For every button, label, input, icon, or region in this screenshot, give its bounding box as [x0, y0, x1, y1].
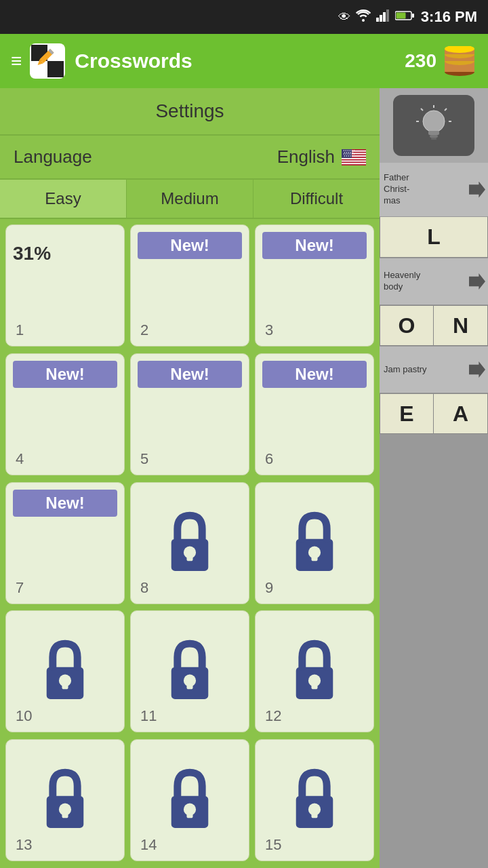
- level-cell-1[interactable]: 31% 1: [5, 224, 125, 347]
- svg-rect-6: [412, 14, 414, 18]
- level-cell-13[interactable]: 13: [5, 739, 125, 861]
- level-percent-1: 31%: [13, 243, 51, 264]
- svg-rect-35: [186, 552, 192, 561]
- level-cell-11[interactable]: 11: [130, 610, 249, 732]
- coins-icon: [442, 46, 477, 76]
- level-badge-6: New!: [262, 361, 367, 388]
- coins-count: 230: [405, 50, 436, 72]
- clue-heavenly-body-text: Heavenlybody: [382, 269, 469, 294]
- settings-panel: Settings Language English ★★★★★★: [0, 88, 380, 868]
- level-number-12: 12: [265, 707, 281, 725]
- status-bar: 👁 3:16 PM: [0, 0, 488, 34]
- level-cell-9[interactable]: 9: [255, 482, 374, 604]
- language-value: English ★★★★★★ ★★★★★ ★★★★★★ ★★★★★: [277, 146, 366, 167]
- level-cell-14[interactable]: 14: [130, 739, 249, 861]
- svg-rect-58: [428, 131, 439, 135]
- crossword-cell-O: O: [380, 305, 434, 346]
- language-flag-icon: ★★★★★★ ★★★★★ ★★★★★★ ★★★★★: [342, 149, 366, 165]
- svg-line-62: [445, 108, 447, 111]
- difficulty-tabs: Easy Medium Difficult: [0, 180, 380, 219]
- svg-rect-47: [311, 681, 317, 690]
- level-number-14: 14: [140, 836, 157, 854]
- battery-icon: [395, 10, 414, 24]
- menu-button[interactable]: ≡: [11, 50, 22, 72]
- clue-father-christmas-text: FatherChrist-mas: [382, 171, 469, 208]
- language-label: Language: [14, 146, 92, 167]
- settings-title: Settings: [0, 88, 380, 136]
- level-number-3: 3: [265, 321, 273, 339]
- level-cell-12[interactable]: 12: [255, 610, 374, 732]
- clue-arrow-2-icon: [469, 273, 485, 290]
- hint-button[interactable]: [393, 95, 474, 156]
- svg-line-64: [421, 108, 423, 111]
- clue-jam-pastry: Jam pastry: [380, 346, 488, 393]
- svg-point-57: [423, 111, 445, 132]
- svg-rect-5: [396, 12, 405, 18]
- language-row[interactable]: Language English ★★★★★★ ★★★★★ ★★: [0, 136, 380, 180]
- crossword-cell-E: E: [380, 393, 434, 434]
- lock-icon-8: [138, 490, 242, 597]
- crossword-row-ON: O N: [380, 305, 488, 346]
- clue-jam-pastry-text: Jam pastry: [382, 363, 469, 377]
- tab-medium[interactable]: Medium: [127, 180, 253, 218]
- svg-rect-56: [311, 810, 317, 818]
- level-cell-8[interactable]: 8: [130, 482, 249, 604]
- level-cell-6[interactable]: New! 6: [255, 353, 374, 475]
- svg-rect-2: [383, 12, 386, 22]
- svg-rect-10: [47, 61, 64, 77]
- app-title: Crosswords: [75, 50, 405, 73]
- clue-arrow-3-icon: [469, 361, 485, 378]
- level-number-15: 15: [265, 836, 281, 854]
- svg-rect-59: [430, 135, 438, 138]
- level-cell-7[interactable]: New! 7: [5, 482, 125, 604]
- level-cell-10[interactable]: 10: [5, 610, 125, 732]
- level-number-10: 10: [16, 707, 32, 725]
- svg-rect-60: [431, 138, 436, 140]
- level-badge-7: New!: [13, 490, 117, 517]
- level-number-6: 6: [265, 450, 273, 468]
- level-number-1: 1: [16, 321, 24, 339]
- crossword-cell-A: A: [434, 393, 488, 434]
- svg-rect-1: [380, 15, 382, 22]
- crossword-cell-L: L: [380, 217, 488, 258]
- tab-easy[interactable]: Easy: [0, 180, 127, 218]
- tab-difficult[interactable]: Difficult: [253, 180, 380, 218]
- svg-rect-50: [62, 810, 68, 818]
- signal-icon: [376, 9, 390, 25]
- svg-rect-26: [342, 160, 366, 161]
- svg-rect-53: [186, 810, 192, 818]
- level-cell-4[interactable]: New! 4: [5, 353, 125, 475]
- crossword-row-EA: E A: [380, 393, 488, 434]
- crossword-cell-N: N: [434, 305, 488, 346]
- coins-display: 230: [405, 46, 477, 76]
- lock-icon-9: [262, 490, 367, 597]
- clue-father-christmas: FatherChrist-mas: [380, 163, 488, 217]
- level-badge-5: New!: [138, 361, 242, 388]
- level-number-9: 9: [265, 579, 273, 597]
- level-cell-3[interactable]: New! 3: [255, 224, 374, 347]
- level-cell-5[interactable]: New! 5: [130, 353, 249, 475]
- eye-icon: 👁: [338, 10, 350, 24]
- level-number-8: 8: [140, 579, 148, 597]
- clue-heavenly-body: Heavenlybody: [380, 258, 488, 305]
- status-time: 3:16 PM: [421, 8, 477, 26]
- svg-rect-27: [342, 163, 366, 164]
- svg-text:★★★★★: ★★★★★: [344, 154, 354, 157]
- level-number-7: 7: [16, 579, 24, 597]
- status-icons: 👁: [338, 9, 414, 25]
- level-number-11: 11: [140, 707, 157, 725]
- app-header: ≡ Crosswords 230: [0, 34, 488, 88]
- svg-rect-41: [62, 681, 68, 690]
- language-text: English: [277, 146, 335, 167]
- svg-rect-0: [376, 18, 379, 22]
- svg-rect-3: [386, 9, 389, 22]
- level-badge-2: New!: [138, 232, 242, 259]
- svg-rect-38: [311, 552, 317, 561]
- level-cell-15[interactable]: 15: [255, 739, 374, 861]
- level-cell-2[interactable]: New! 2: [130, 224, 249, 347]
- wifi-icon: [356, 9, 371, 25]
- svg-rect-44: [186, 681, 192, 690]
- level-number-2: 2: [140, 321, 148, 339]
- level-badge-4: New!: [13, 361, 117, 388]
- crossword-remaining: [380, 434, 488, 868]
